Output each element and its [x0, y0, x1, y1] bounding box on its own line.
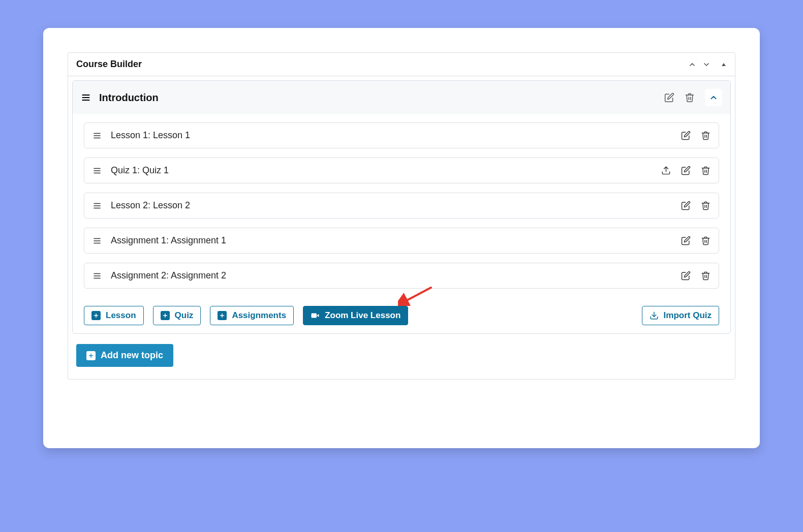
- panel-body: Introduction Less: [68, 76, 735, 379]
- download-icon: [650, 311, 659, 320]
- list-item-actions: [681, 271, 711, 280]
- plus-icon: [218, 311, 227, 320]
- trash-icon[interactable]: [701, 271, 711, 280]
- course-builder-panel: Course Builder Introducti: [68, 52, 735, 380]
- list-item-label: Quiz 1: Quiz 1: [111, 165, 661, 176]
- list-item[interactable]: Lesson 2: Lesson 2: [84, 193, 719, 218]
- list-item-actions: [661, 166, 711, 175]
- trash-icon[interactable]: [701, 201, 711, 210]
- add-new-topic-label: Add new topic: [101, 350, 163, 361]
- trash-icon[interactable]: [685, 92, 695, 103]
- svg-marker-0: [722, 63, 726, 66]
- add-topic-wrap: Add new topic: [72, 334, 731, 371]
- topic: Introduction Less: [72, 80, 731, 334]
- chevron-up-icon[interactable]: [688, 60, 696, 69]
- panel-header: Course Builder: [68, 53, 735, 76]
- plus-icon: [161, 311, 170, 320]
- list-item-label: Assignment 2: Assignment 2: [111, 270, 681, 281]
- topic-actions: [664, 89, 722, 106]
- panel-title: Course Builder: [76, 59, 142, 70]
- plus-icon: [86, 351, 96, 360]
- list-item[interactable]: Assignment 1: Assignment 1: [84, 228, 719, 254]
- list-item[interactable]: Lesson 1: Lesson 1: [84, 122, 719, 148]
- collapse-topic-button[interactable]: [705, 89, 722, 106]
- list-item-actions: [681, 131, 711, 140]
- topic-button-row: Lesson Quiz Assignments: [73, 303, 730, 333]
- add-lesson-button[interactable]: Lesson: [84, 306, 144, 325]
- svg-marker-27: [317, 314, 319, 317]
- drag-icon[interactable]: [81, 92, 91, 103]
- edit-icon[interactable]: [681, 271, 691, 280]
- edit-icon[interactable]: [681, 131, 691, 140]
- list-item[interactable]: Assignment 2: Assignment 2: [84, 263, 719, 289]
- topic-header: Introduction: [73, 81, 730, 114]
- import-quiz-button[interactable]: Import Quiz: [642, 306, 719, 325]
- panel-header-controls: [688, 60, 727, 69]
- add-assignments-label: Assignments: [232, 310, 286, 321]
- add-new-topic-button[interactable]: Add new topic: [76, 344, 173, 367]
- chevron-down-icon[interactable]: [702, 60, 711, 69]
- add-quiz-label: Quiz: [175, 310, 194, 321]
- zoom-live-lesson-label: Zoom Live Lesson: [325, 310, 400, 321]
- triangle-up-icon[interactable]: [721, 61, 727, 68]
- upload-icon[interactable]: [661, 166, 671, 175]
- topic-items: Lesson 1: Lesson 1Quiz 1: Quiz 1Lesson 2…: [73, 114, 730, 303]
- trash-icon[interactable]: [701, 236, 711, 245]
- list-item-actions: [681, 236, 711, 245]
- import-quiz-label: Import Quiz: [664, 310, 712, 321]
- svg-rect-26: [312, 314, 317, 318]
- list-item-actions: [681, 201, 711, 210]
- video-icon: [311, 311, 320, 320]
- topic-title: Introduction: [99, 92, 664, 104]
- zoom-live-lesson-button[interactable]: Zoom Live Lesson: [303, 306, 408, 325]
- drag-icon[interactable]: [92, 166, 102, 175]
- drag-icon[interactable]: [92, 131, 102, 140]
- list-item-label: Lesson 1: Lesson 1: [111, 130, 681, 141]
- drag-icon[interactable]: [92, 236, 102, 245]
- list-item-label: Lesson 2: Lesson 2: [111, 200, 681, 211]
- add-quiz-button[interactable]: Quiz: [153, 306, 201, 325]
- edit-icon[interactable]: [664, 92, 674, 103]
- main-card: Course Builder Introducti: [43, 28, 760, 448]
- drag-icon[interactable]: [92, 271, 102, 280]
- plus-icon: [91, 311, 101, 320]
- add-lesson-label: Lesson: [106, 310, 136, 321]
- trash-icon[interactable]: [701, 166, 711, 175]
- drag-icon[interactable]: [92, 201, 102, 210]
- add-assignments-button[interactable]: Assignments: [210, 306, 294, 325]
- edit-icon[interactable]: [681, 166, 691, 175]
- edit-icon[interactable]: [681, 236, 691, 245]
- list-item-label: Assignment 1: Assignment 1: [111, 235, 681, 246]
- list-item[interactable]: Quiz 1: Quiz 1: [84, 158, 719, 183]
- edit-icon[interactable]: [681, 201, 691, 210]
- trash-icon[interactable]: [701, 131, 711, 140]
